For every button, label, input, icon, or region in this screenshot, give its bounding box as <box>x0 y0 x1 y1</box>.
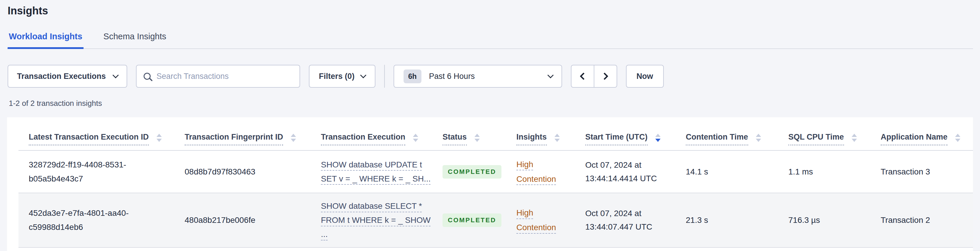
time-range-select[interactable]: 6h Past 6 Hours <box>394 65 562 88</box>
chevron-down-icon <box>547 72 554 78</box>
sort-icon <box>955 134 960 142</box>
transaction-execution-link[interactable]: SHOW database UPDATE t <box>321 158 422 172</box>
insight-type-select-label: Transaction Executions <box>17 72 106 81</box>
page-title: Insights <box>8 5 980 17</box>
cell-start-time: Oct 07, 2024 at 13:44:14.4414 UTC <box>585 158 686 185</box>
chevron-down-icon <box>360 72 366 78</box>
cell-transaction-execution: SHOW database SELECT * FROM t WHERE k = … <box>321 199 442 241</box>
status-badge: COMPLETED <box>442 213 501 227</box>
column-header-status[interactable]: Status <box>442 133 516 145</box>
column-header-sql-cpu-time[interactable]: SQL CPU Time <box>788 133 881 145</box>
insights-table-card: Latest Transaction Execution ID Transact… <box>7 117 973 251</box>
sort-icon <box>474 134 480 142</box>
status-badge: COMPLETED <box>442 165 501 179</box>
transaction-execution-link[interactable]: FROM t WHERE k = _ SHOW <box>321 213 431 227</box>
insights-table: Latest Transaction Execution ID Transact… <box>19 117 973 248</box>
transaction-execution-link[interactable]: ... <box>321 227 328 241</box>
time-range-badge: 6h <box>404 69 422 83</box>
column-header-start-time[interactable]: Start Time (UTC) <box>585 133 686 145</box>
transaction-execution-link[interactable]: SET v = _ WHERE k = _ SH... <box>321 172 431 186</box>
search-icon <box>143 73 151 80</box>
sort-icon <box>756 134 761 142</box>
now-button[interactable]: Now <box>626 65 664 88</box>
filters-button[interactable]: Filters (0) <box>309 65 375 88</box>
sort-icon-active-desc <box>655 134 660 142</box>
tab-schema-insights[interactable]: Schema Insights <box>102 32 167 49</box>
sort-icon <box>852 134 857 142</box>
cell-status: COMPLETED <box>442 213 516 227</box>
insights-page: Insights Workload Insights Schema Insigh… <box>0 0 980 251</box>
chevron-down-icon <box>113 72 119 78</box>
column-header-insights[interactable]: Insights <box>516 133 585 145</box>
search-input[interactable] <box>156 72 293 81</box>
column-header-transaction-execution[interactable]: Transaction Execution <box>321 133 442 145</box>
table-header-row: Latest Transaction Execution ID Transact… <box>19 117 973 151</box>
table-body: 328729d2-ff19-4408-8531-b05a5b4e43c7 08d… <box>19 151 973 248</box>
column-header-application-name[interactable]: Application Name <box>881 133 973 145</box>
chevron-left-icon <box>580 72 587 80</box>
cell-sql-cpu-time: 1.1 ms <box>788 167 881 176</box>
sort-icon <box>554 134 560 142</box>
table-row: 452da3e7-e7fa-4801-aa40-c59988d14eb6 480… <box>19 193 973 248</box>
cell-application-name: Transaction 2 <box>881 216 973 225</box>
toolbar-divider <box>384 65 385 88</box>
cell-execution-id: 452da3e7-e7fa-4801-aa40-c59988d14eb6 <box>19 206 185 234</box>
toolbar: Transaction Executions Filters (0) 6h Pa… <box>8 65 973 88</box>
cell-fingerprint-id: 480a8b217be006fe <box>185 216 321 225</box>
cell-fingerprint-id: 08d8b7d97f830463 <box>185 167 321 176</box>
column-header-latest-transaction-execution-id[interactable]: Latest Transaction Execution ID <box>19 133 185 145</box>
time-range-pager <box>571 65 617 88</box>
tab-workload-insights[interactable]: Workload Insights <box>8 32 84 49</box>
insight-type-select[interactable]: Transaction Executions <box>8 65 127 88</box>
cell-start-time: Oct 07, 2024 at 13:44:07.447 UTC <box>585 207 686 234</box>
cell-insights: High Contention <box>516 206 585 235</box>
cell-application-name: Transaction 3 <box>881 167 973 176</box>
cell-sql-cpu-time: 716.3 µs <box>788 216 881 225</box>
transaction-execution-link[interactable]: SHOW database SELECT * <box>321 199 422 213</box>
search-box[interactable] <box>136 65 300 88</box>
column-header-transaction-fingerprint-id[interactable]: Transaction Fingerprint ID <box>185 133 321 145</box>
sort-icon <box>156 134 162 142</box>
insight-link[interactable]: High Contention <box>516 157 568 187</box>
sort-icon <box>291 134 296 142</box>
column-header-contention-time[interactable]: Contention Time <box>686 133 788 145</box>
chevron-right-icon <box>601 72 608 80</box>
cell-execution-id: 328729d2-ff19-4408-8531-b05a5b4e43c7 <box>19 158 185 186</box>
filters-button-label: Filters (0) <box>319 72 355 81</box>
next-time-range-button[interactable] <box>594 65 617 88</box>
cell-insights: High Contention <box>516 157 585 187</box>
cell-contention-time: 21.3 s <box>686 216 788 225</box>
sort-icon <box>413 134 418 142</box>
results-summary: 1-2 of 2 transaction insights <box>9 99 980 108</box>
now-button-label: Now <box>636 72 653 81</box>
tab-bar: Workload Insights Schema Insights <box>7 32 973 49</box>
cell-status: COMPLETED <box>442 165 516 179</box>
cell-transaction-execution: SHOW database UPDATE t SET v = _ WHERE k… <box>321 158 442 186</box>
insight-link[interactable]: High Contention <box>516 206 568 235</box>
previous-time-range-button[interactable] <box>571 65 594 88</box>
cell-contention-time: 14.1 s <box>686 167 788 176</box>
time-range-label: Past 6 Hours <box>429 72 475 81</box>
table-row: 328729d2-ff19-4408-8531-b05a5b4e43c7 08d… <box>19 151 973 193</box>
